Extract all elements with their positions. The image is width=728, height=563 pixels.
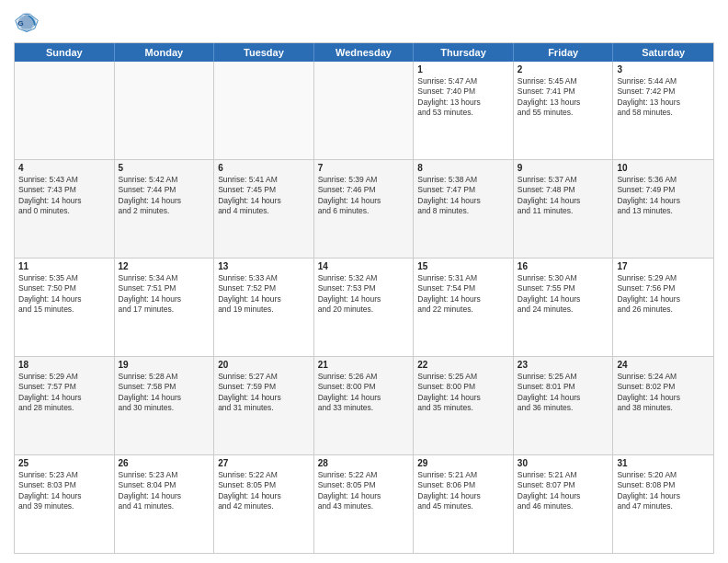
day-number: 1 [417, 64, 509, 75]
day-number: 27 [218, 458, 310, 468]
day-header-friday: Friday [514, 43, 614, 62]
cell-info: Sunrise: 5:28 AM Sunset: 7:58 PM Dayligh… [119, 372, 210, 414]
cal-cell: 6Sunrise: 5:41 AM Sunset: 7:45 PM Daylig… [214, 160, 314, 258]
day-number: 29 [417, 458, 509, 468]
cal-cell: 18Sunrise: 5:29 AM Sunset: 7:57 PM Dayli… [15, 357, 115, 454]
day-number: 4 [18, 163, 110, 173]
cal-cell [115, 62, 215, 159]
day-number: 23 [518, 360, 609, 370]
cell-info: Sunrise: 5:25 AM Sunset: 8:01 PM Dayligh… [518, 372, 609, 414]
cal-cell: 7Sunrise: 5:39 AM Sunset: 7:46 PM Daylig… [314, 160, 415, 258]
cal-cell: 4Sunrise: 5:43 AM Sunset: 7:43 PM Daylig… [15, 160, 115, 258]
day-header-tuesday: Tuesday [214, 43, 314, 62]
cal-cell: 31Sunrise: 5:20 AM Sunset: 8:08 PM Dayli… [613, 455, 713, 553]
cell-info: Sunrise: 5:39 AM Sunset: 7:46 PM Dayligh… [318, 175, 410, 217]
cal-cell: 3Sunrise: 5:44 AM Sunset: 7:42 PM Daylig… [613, 62, 713, 159]
day-number: 24 [617, 360, 710, 370]
day-number: 10 [617, 163, 710, 173]
day-number: 5 [119, 163, 210, 173]
svg-text:G: G [17, 19, 23, 28]
cell-info: Sunrise: 5:35 AM Sunset: 7:50 PM Dayligh… [18, 273, 110, 316]
day-header-monday: Monday [115, 43, 215, 62]
cell-info: Sunrise: 5:26 AM Sunset: 8:00 PM Dayligh… [318, 372, 410, 414]
logo-icon: G [14, 9, 40, 35]
day-number: 13 [218, 261, 310, 271]
day-header-sunday: Sunday [15, 43, 115, 62]
cell-info: Sunrise: 5:27 AM Sunset: 7:59 PM Dayligh… [218, 372, 310, 414]
cal-cell: 27Sunrise: 5:22 AM Sunset: 8:05 PM Dayli… [214, 455, 314, 553]
cell-info: Sunrise: 5:43 AM Sunset: 7:43 PM Dayligh… [18, 175, 110, 217]
page: G SundayMondayTuesdayWednesdayThursdayFr… [0, 0, 728, 563]
cell-info: Sunrise: 5:33 AM Sunset: 7:52 PM Dayligh… [218, 273, 310, 316]
day-number: 6 [218, 163, 310, 173]
cell-info: Sunrise: 5:37 AM Sunset: 7:48 PM Dayligh… [518, 175, 609, 217]
logo: G [14, 9, 43, 35]
cal-cell: 1Sunrise: 5:47 AM Sunset: 7:40 PM Daylig… [414, 62, 514, 159]
cell-info: Sunrise: 5:47 AM Sunset: 7:40 PM Dayligh… [417, 76, 509, 119]
cell-info: Sunrise: 5:41 AM Sunset: 7:45 PM Dayligh… [218, 175, 310, 217]
cell-info: Sunrise: 5:42 AM Sunset: 7:44 PM Dayligh… [119, 175, 210, 217]
cell-info: Sunrise: 5:36 AM Sunset: 7:49 PM Dayligh… [617, 175, 710, 217]
cal-cell: 16Sunrise: 5:30 AM Sunset: 7:55 PM Dayli… [514, 259, 614, 356]
cell-info: Sunrise: 5:38 AM Sunset: 7:47 PM Dayligh… [417, 175, 509, 217]
day-number: 12 [119, 261, 210, 271]
cal-cell: 10Sunrise: 5:36 AM Sunset: 7:49 PM Dayli… [613, 160, 713, 258]
cal-cell: 25Sunrise: 5:23 AM Sunset: 8:03 PM Dayli… [15, 455, 115, 553]
day-number: 9 [518, 163, 609, 173]
day-number: 30 [518, 458, 609, 468]
day-number: 22 [417, 360, 509, 370]
day-number: 20 [218, 360, 310, 370]
cell-info: Sunrise: 5:44 AM Sunset: 7:42 PM Dayligh… [617, 76, 710, 119]
cal-cell: 29Sunrise: 5:21 AM Sunset: 8:06 PM Dayli… [414, 455, 514, 553]
day-number: 19 [119, 360, 210, 370]
cal-cell [15, 62, 115, 159]
cell-info: Sunrise: 5:34 AM Sunset: 7:51 PM Dayligh… [119, 273, 210, 316]
day-number: 17 [617, 261, 710, 271]
cal-cell: 14Sunrise: 5:32 AM Sunset: 7:53 PM Dayli… [314, 259, 415, 356]
cal-cell: 20Sunrise: 5:27 AM Sunset: 7:59 PM Dayli… [214, 357, 314, 454]
day-number: 26 [119, 458, 210, 468]
cal-cell: 5Sunrise: 5:42 AM Sunset: 7:44 PM Daylig… [115, 160, 215, 258]
cell-info: Sunrise: 5:20 AM Sunset: 8:08 PM Dayligh… [617, 470, 710, 512]
cal-cell: 2Sunrise: 5:45 AM Sunset: 7:41 PM Daylig… [514, 62, 614, 159]
day-number: 18 [18, 360, 110, 370]
cell-info: Sunrise: 5:22 AM Sunset: 8:05 PM Dayligh… [318, 470, 410, 512]
day-number: 31 [617, 458, 710, 468]
cell-info: Sunrise: 5:30 AM Sunset: 7:55 PM Dayligh… [518, 273, 609, 316]
day-number: 2 [518, 64, 609, 75]
day-number: 3 [617, 64, 710, 75]
day-number: 21 [318, 360, 410, 370]
week-row-5: 25Sunrise: 5:23 AM Sunset: 8:03 PM Dayli… [15, 455, 713, 553]
cell-info: Sunrise: 5:31 AM Sunset: 7:54 PM Dayligh… [417, 273, 509, 316]
cal-cell: 19Sunrise: 5:28 AM Sunset: 7:58 PM Dayli… [115, 357, 215, 454]
cal-cell: 26Sunrise: 5:23 AM Sunset: 8:04 PM Dayli… [115, 455, 215, 553]
cell-info: Sunrise: 5:23 AM Sunset: 8:04 PM Dayligh… [119, 470, 210, 512]
cell-info: Sunrise: 5:21 AM Sunset: 8:07 PM Dayligh… [518, 470, 609, 512]
week-row-4: 18Sunrise: 5:29 AM Sunset: 7:57 PM Dayli… [15, 357, 713, 455]
day-number: 15 [417, 261, 509, 271]
header: G [14, 9, 714, 35]
cell-info: Sunrise: 5:21 AM Sunset: 8:06 PM Dayligh… [417, 470, 509, 512]
cell-info: Sunrise: 5:29 AM Sunset: 7:57 PM Dayligh… [18, 372, 110, 414]
day-number: 7 [318, 163, 410, 173]
week-row-1: 1Sunrise: 5:47 AM Sunset: 7:40 PM Daylig… [15, 62, 713, 160]
cal-cell: 23Sunrise: 5:25 AM Sunset: 8:01 PM Dayli… [514, 357, 614, 454]
day-header-saturday: Saturday [613, 43, 713, 62]
cell-info: Sunrise: 5:23 AM Sunset: 8:03 PM Dayligh… [18, 470, 110, 512]
cal-cell [314, 62, 415, 159]
day-number: 25 [18, 458, 110, 468]
cell-info: Sunrise: 5:24 AM Sunset: 8:02 PM Dayligh… [617, 372, 710, 414]
day-number: 28 [318, 458, 410, 468]
cell-info: Sunrise: 5:29 AM Sunset: 7:56 PM Dayligh… [617, 273, 710, 316]
calendar-header: SundayMondayTuesdayWednesdayThursdayFrid… [15, 43, 713, 62]
week-row-2: 4Sunrise: 5:43 AM Sunset: 7:43 PM Daylig… [15, 160, 713, 259]
week-row-3: 11Sunrise: 5:35 AM Sunset: 7:50 PM Dayli… [15, 259, 713, 357]
calendar: SundayMondayTuesdayWednesdayThursdayFrid… [14, 42, 714, 554]
cal-cell: 21Sunrise: 5:26 AM Sunset: 8:00 PM Dayli… [314, 357, 415, 454]
cal-cell: 15Sunrise: 5:31 AM Sunset: 7:54 PM Dayli… [414, 259, 514, 356]
cal-cell: 22Sunrise: 5:25 AM Sunset: 8:00 PM Dayli… [414, 357, 514, 454]
day-number: 8 [417, 163, 509, 173]
cal-cell: 12Sunrise: 5:34 AM Sunset: 7:51 PM Dayli… [115, 259, 215, 356]
cal-cell: 30Sunrise: 5:21 AM Sunset: 8:07 PM Dayli… [514, 455, 614, 553]
cal-cell: 13Sunrise: 5:33 AM Sunset: 7:52 PM Dayli… [214, 259, 314, 356]
